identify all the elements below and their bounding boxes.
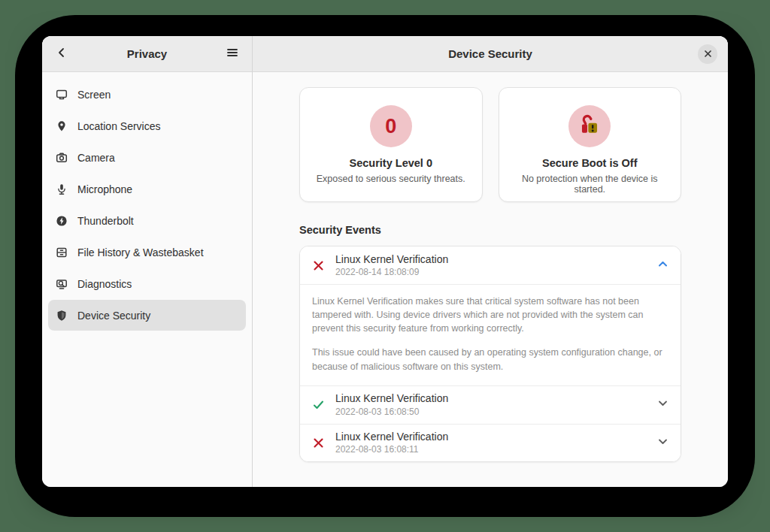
card-subtitle: Exposed to serious security threats.: [311, 174, 471, 184]
event-timestamp: 2022-08-14 18:08:09: [335, 267, 647, 277]
sidebar-item-label: File History & Wastebasket: [77, 246, 204, 258]
event-row[interactable]: Linux Kernel Verification 2022-08-03 16:…: [300, 386, 681, 424]
unlocked-warning-icon: [579, 114, 600, 138]
fail-cross-icon: [312, 437, 325, 449]
sidebar-item-label: Screen: [77, 89, 111, 101]
event-description-paragraph: Linux Kernel Verification makes sure tha…: [312, 295, 668, 335]
shield-icon: [56, 310, 68, 322]
settings-window: Privacy Screen Location Services: [42, 36, 728, 487]
sidebar-item-thunderbolt[interactable]: Thunderbolt: [48, 205, 246, 236]
event-description-paragraph: This issue could have been caused by an …: [312, 346, 668, 373]
close-icon: [704, 49, 712, 60]
event-text: Linux Kernel Verification 2022-08-14 18:…: [335, 253, 647, 278]
card-title: Secure Boot is Off: [510, 157, 671, 169]
drawer-icon: [56, 246, 68, 258]
event-row[interactable]: Linux Kernel Verification 2022-08-03 16:…: [300, 424, 681, 461]
fail-cross-icon: [312, 259, 325, 272]
event-title: Linux Kernel Verification: [335, 431, 647, 444]
chevron-down-icon[interactable]: [657, 397, 668, 412]
event-description: Linux Kernel Verification makes sure tha…: [300, 284, 681, 386]
sidebar-list: Screen Location Services Camera Micropho…: [42, 72, 252, 338]
status-cards: 0 Security Level 0 Exposed to serious se…: [299, 87, 681, 202]
sidebar-item-label: Camera: [77, 152, 115, 164]
sidebar-item-label: Microphone: [77, 183, 132, 195]
sidebar-item-screen[interactable]: Screen: [48, 79, 246, 110]
diagnostics-icon: [56, 278, 68, 290]
event-title: Linux Kernel Verification: [335, 253, 647, 267]
sidebar-title: Privacy: [74, 47, 220, 60]
secure-boot-card: Secure Boot is Off No protection when th…: [499, 87, 682, 202]
location-icon: [56, 120, 68, 132]
sidebar-header: Privacy: [42, 36, 252, 72]
main-panel: Device Security 0 Security Level 0 Expos…: [253, 36, 728, 487]
event-text: Linux Kernel Verification 2022-08-03 16:…: [335, 431, 647, 455]
secure-boot-badge: [568, 105, 611, 147]
card-subtitle: No protection when the device is started…: [510, 174, 671, 195]
security-level-value: 0: [385, 116, 396, 137]
sidebar-item-label: Diagnostics: [77, 278, 132, 290]
microphone-icon: [56, 183, 68, 195]
close-button[interactable]: [698, 44, 717, 64]
thunderbolt-icon: [56, 215, 68, 227]
sidebar-item-device-security[interactable]: Device Security: [48, 300, 246, 331]
sidebar-item-label: Device Security: [77, 310, 150, 322]
sidebar-item-diagnostics[interactable]: Diagnostics: [48, 268, 246, 299]
chevron-up-icon[interactable]: [657, 258, 668, 273]
page-title: Device Security: [253, 47, 728, 60]
hamburger-icon: [226, 47, 238, 60]
chevron-left-icon: [56, 47, 67, 60]
event-text: Linux Kernel Verification 2022-08-03 16:…: [335, 392, 647, 417]
security-events-list: Linux Kernel Verification 2022-08-14 18:…: [299, 246, 681, 462]
card-title: Security Level 0: [311, 157, 471, 169]
sidebar-item-label: Thunderbolt: [77, 215, 134, 227]
menu-button[interactable]: [220, 42, 244, 66]
chevron-down-icon[interactable]: [657, 436, 668, 450]
display-icon: [56, 89, 68, 101]
sidebar-item-label: Location Services: [77, 120, 161, 132]
sidebar-item-location-services[interactable]: Location Services: [48, 110, 246, 141]
sidebar-item-file-history[interactable]: File History & Wastebasket: [48, 237, 246, 268]
main-content: 0 Security Level 0 Exposed to serious se…: [253, 72, 728, 487]
event-timestamp: 2022-08-03 16:08:50: [335, 407, 647, 417]
pass-check-icon: [312, 398, 325, 411]
event-title: Linux Kernel Verification: [335, 392, 647, 406]
event-row-expanded[interactable]: Linux Kernel Verification 2022-08-14 18:…: [300, 246, 681, 284]
camera-icon: [56, 152, 68, 164]
sidebar-item-camera[interactable]: Camera: [48, 142, 246, 173]
security-level-card: 0 Security Level 0 Exposed to serious se…: [299, 87, 483, 202]
sidebar-item-microphone[interactable]: Microphone: [48, 174, 246, 204]
security-level-badge: 0: [370, 105, 412, 147]
sidebar: Privacy Screen Location Services: [42, 36, 253, 487]
back-button[interactable]: [50, 42, 74, 66]
main-header: Device Security: [253, 36, 728, 72]
event-timestamp: 2022-08-03 16:08:11: [335, 444, 647, 455]
events-heading: Security Events: [299, 224, 681, 236]
